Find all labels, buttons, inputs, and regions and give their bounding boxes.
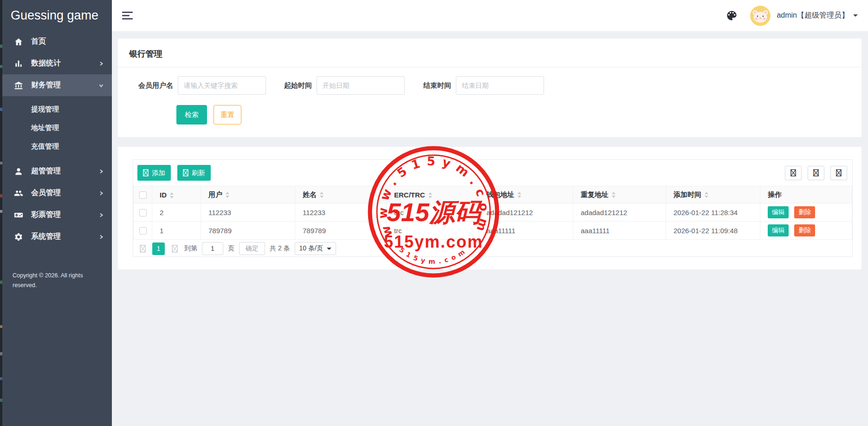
col-header-actions: 操作 (760, 186, 852, 203)
sidebar-item-home[interactable]: 首页 (2, 31, 112, 52)
username-search-input[interactable] (178, 76, 266, 95)
table-row: 1 789789 789789 trc aaa11111 aaa11111 20… (134, 222, 852, 240)
per-page-select[interactable]: 10 条/页 (295, 242, 336, 255)
sort-icon[interactable] (518, 192, 521, 198)
tool-button-2[interactable] (808, 166, 824, 180)
sort-icon[interactable] (705, 192, 708, 198)
add-button[interactable]: 添加 (137, 165, 171, 181)
sidebar-subitem-address[interactable]: 地址管理 (2, 118, 112, 137)
goto-prefix-label: 到第 (184, 244, 197, 253)
filter-buttons: 检索 重置 (176, 105, 862, 125)
select-all-checkbox[interactable] (139, 191, 147, 199)
sidebar-item-label: 系统管理 (31, 232, 61, 242)
sidebar-item-members[interactable]: 会员管理 (2, 182, 112, 204)
col-header-erctrc[interactable]: ERC/TRC (387, 186, 479, 203)
col-header-dup-wallet[interactable]: 重复地址 (573, 186, 666, 203)
row-checkbox[interactable] (139, 227, 147, 235)
search-button[interactable]: 检索 (176, 105, 207, 125)
cell-id: 2 (152, 203, 201, 222)
avatar-image (750, 6, 771, 26)
missing-glyph-icon (183, 169, 188, 177)
end-time-label: 结束时间 (423, 81, 451, 90)
caret-down-icon (327, 248, 331, 250)
goto-suffix-label: 页 (228, 244, 234, 253)
tool-button-3[interactable] (830, 166, 847, 180)
prev-page-button[interactable] (137, 242, 148, 255)
sidebar-item-label: 数据统计 (31, 59, 61, 68)
delete-button[interactable]: 删除 (794, 224, 815, 236)
sidebar-item-label: 会员管理 (31, 188, 61, 198)
cell-dup-wallet: aaa11111 (573, 222, 666, 240)
theme-palette-icon[interactable] (725, 9, 738, 22)
table-wrapper: 添加 刷新 ID 用户 姓名 (133, 159, 853, 257)
row-checkbox[interactable] (139, 209, 147, 216)
goto-page-input[interactable] (202, 242, 223, 255)
gear-icon (14, 232, 23, 242)
sort-icon[interactable] (320, 192, 324, 198)
sidebar-item-system[interactable]: 系统管理 (2, 226, 112, 248)
cell-name: 112233 (295, 203, 387, 222)
cell-dup-wallet: adadad121212 (573, 203, 666, 222)
people-icon (14, 189, 23, 198)
sidebar-item-label: 财务管理 (31, 80, 61, 90)
sidebar-item-statistics[interactable]: 数据统计 (2, 52, 112, 74)
missing-glyph-icon (813, 169, 819, 177)
sidebar-item-label: 彩票管理 (31, 210, 61, 220)
end-date-input[interactable] (456, 76, 544, 95)
topbar-right: admin【超级管理员】 (725, 6, 858, 26)
home-icon (14, 37, 23, 46)
missing-glyph-icon (140, 245, 146, 253)
sort-icon[interactable] (170, 192, 174, 198)
goto-confirm-button[interactable]: 确定 (239, 242, 265, 255)
missing-glyph-icon (790, 169, 796, 177)
sort-icon[interactable] (428, 192, 432, 198)
app-logo: Guessing game (2, 0, 112, 31)
table-row: 2 112233 112233 erc adadad121212 adadad1… (134, 203, 852, 222)
user-menu[interactable]: admin【超级管理员】 (777, 11, 849, 20)
chevron-right-icon (99, 191, 104, 196)
cell-erctrc: trc (387, 222, 479, 240)
sidebar-item-superadmin[interactable]: 超管管理 (2, 160, 112, 182)
col-header-id[interactable]: ID (152, 186, 201, 203)
username-label: 会员用户名 (138, 81, 173, 90)
cell-actions: 编辑 删除 (760, 203, 852, 222)
table-card: 添加 刷新 ID 用户 姓名 (118, 147, 862, 269)
sort-icon[interactable] (226, 192, 229, 198)
delete-button[interactable]: 删除 (794, 206, 815, 218)
edit-button[interactable]: 编辑 (768, 206, 789, 218)
reset-button[interactable]: 重置 (214, 105, 241, 125)
filter-card: 银行管理 会员用户名 起始时间 结束时间 检索 重置 (118, 39, 862, 137)
sidebar-subitem-withdraw[interactable]: 提现管理 (2, 100, 112, 118)
chevron-right-icon (99, 235, 104, 239)
avatar[interactable] (750, 6, 771, 26)
sidebar-subitem-recharge[interactable]: 充值管理 (2, 137, 112, 156)
missing-glyph-icon (143, 169, 149, 177)
sort-icon[interactable] (612, 192, 615, 198)
missing-glyph-icon (172, 245, 178, 253)
sidebar-item-finance[interactable]: 财务管理 (2, 74, 112, 96)
page-title: 银行管理 (118, 39, 862, 59)
add-button-label: 添加 (152, 169, 165, 177)
tool-button-1[interactable] (785, 166, 802, 180)
copyright-text: Copyright © 2026. All rights reserved. (13, 271, 84, 290)
table-header-row: ID 用户 姓名 ERC/TRC 钱包地址 重复地址 添加时间 操作 (134, 186, 852, 203)
page-number-active[interactable]: 1 (152, 242, 165, 255)
cell-user: 789789 (201, 222, 295, 240)
data-table: ID 用户 姓名 ERC/TRC 钱包地址 重复地址 添加时间 操作 2 112… (133, 186, 852, 240)
finance-submenu: 提现管理 地址管理 充值管理 (2, 100, 112, 156)
start-date-input[interactable] (317, 76, 405, 95)
hamburger-menu-icon[interactable] (122, 12, 133, 20)
edit-button[interactable]: 编辑 (768, 224, 789, 236)
cell-add-time: 2026-01-22 11:09:48 (666, 222, 760, 240)
col-header-wallet[interactable]: 钱包地址 (479, 186, 573, 203)
next-page-button[interactable] (169, 242, 180, 255)
sidebar-item-lottery[interactable]: 彩票管理 (2, 204, 112, 226)
col-header-user[interactable]: 用户 (201, 186, 295, 203)
cell-name: 789789 (295, 222, 387, 240)
topbar: admin【超级管理员】 (112, 0, 868, 32)
refresh-button[interactable]: 刷新 (177, 165, 211, 181)
caret-down-icon[interactable] (853, 14, 858, 17)
col-header-add-time[interactable]: 添加时间 (666, 186, 760, 203)
cell-erctrc: erc (387, 203, 479, 222)
col-header-name[interactable]: 姓名 (295, 186, 387, 203)
